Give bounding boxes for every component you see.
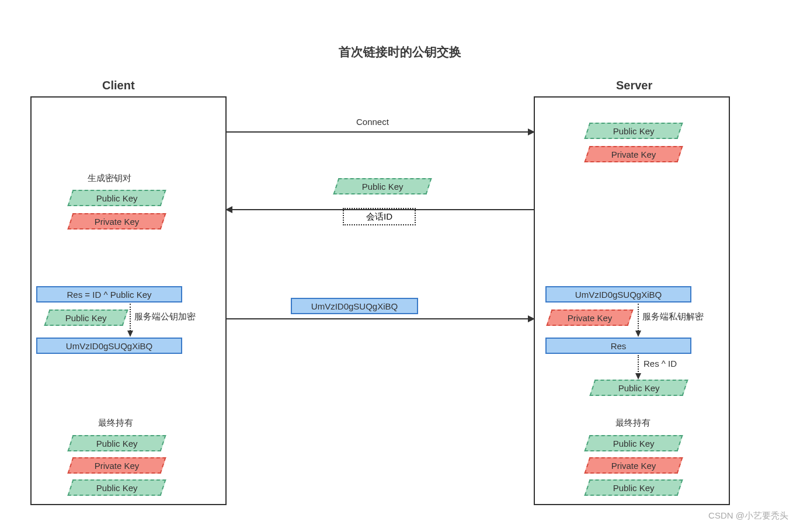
diagram-title: 首次链接时的公钥交换	[0, 44, 800, 60]
client-final-pub2: Public Key	[67, 479, 166, 496]
server-final-pub2: Public Key	[584, 479, 683, 496]
server-to-client-arrow	[227, 209, 534, 210]
encrypt-label: 服务端公钥加密	[134, 311, 196, 322]
decrypt-private-key: Private Key	[546, 310, 633, 326]
client-label: Client	[102, 79, 135, 92]
client-encoded-box: UmVzID0gSUQgXiBQ	[36, 338, 182, 354]
connect-arrow	[227, 131, 534, 133]
client-to-server-arrow	[227, 318, 534, 319]
client-encrypt-arrow	[130, 304, 131, 336]
server-final-pub1: Public Key	[584, 435, 683, 451]
client-public-key: Public Key	[67, 190, 166, 206]
watermark: CSDN @小艺要秃头	[708, 510, 788, 521]
encrypt-public-key: Public Key	[44, 310, 128, 326]
client-final-label: 最终持有	[98, 418, 133, 429]
client-final-priv: Private Key	[67, 457, 166, 474]
connect-label: Connect	[356, 117, 389, 127]
client-final-pub1: Public Key	[67, 435, 166, 451]
server-private-key: Private Key	[584, 146, 683, 162]
server-final-label: 最终持有	[615, 418, 651, 429]
server-label: Server	[616, 79, 652, 92]
server-final-priv: Private Key	[584, 457, 683, 474]
res-formula-box: Res = ID ^ Public Key	[36, 286, 182, 302]
client-private-key: Private Key	[67, 213, 166, 230]
res-xor-arrow	[638, 355, 639, 378]
session-id: 会话ID	[343, 208, 416, 225]
middle-encoded-box: UmVzID0gSUQgXiBQ	[291, 298, 418, 314]
sent-public-key: Public Key	[333, 178, 432, 194]
decrypt-label: 服务端私钥解密	[642, 311, 704, 322]
server-encoded-box: UmVzID0gSUQgXiBQ	[545, 286, 691, 302]
res-xor-label: Res ^ ID	[644, 359, 677, 368]
server-decrypt-arrow	[638, 304, 639, 336]
derived-public-key: Public Key	[589, 380, 688, 396]
server-public-key: Public Key	[584, 123, 683, 139]
gen-keypair-label: 生成密钥对	[88, 173, 131, 184]
res-box: Res	[545, 338, 691, 354]
